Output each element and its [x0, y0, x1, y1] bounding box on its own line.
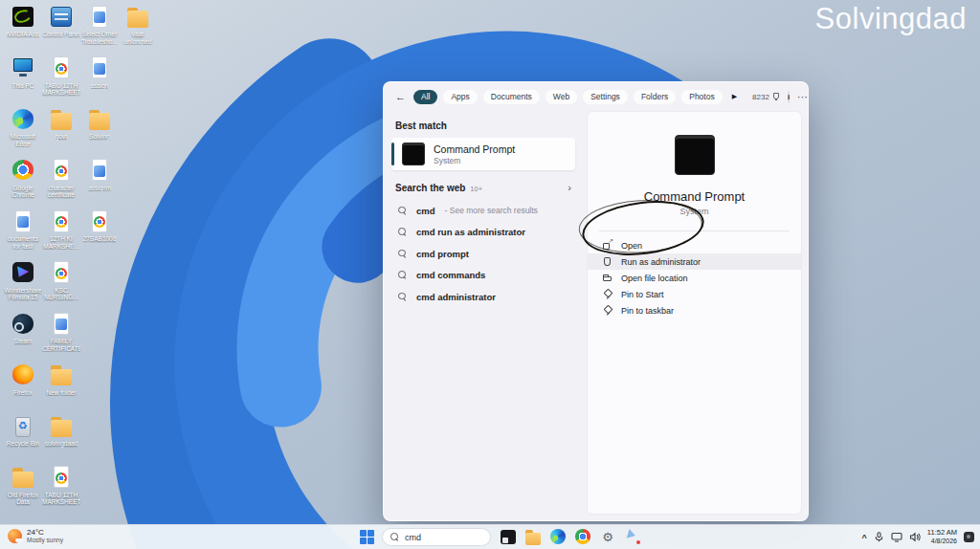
desktop-icon[interactable]: 27SAB1008	[80, 207, 119, 258]
web-suggestion[interactable]: cmd run as administrator	[391, 222, 575, 244]
search-header: ← All Apps Documents Web Settings Folder…	[384, 82, 808, 111]
taskbar-app[interactable]	[548, 528, 568, 547]
taskbar-app[interactable]	[523, 528, 543, 547]
rewards-points[interactable]: 8232	[752, 93, 780, 101]
menu-item-label: Pin to Start	[621, 290, 664, 299]
chevron-up-icon[interactable]: ^	[862, 533, 867, 542]
desktop-icon-glyph	[49, 107, 74, 131]
desktop-icon[interactable]: Steam	[4, 309, 42, 361]
desktop-icon[interactable]: FAMILY CERTIFICATE	[42, 309, 80, 361]
desktop-icon[interactable]: Recycle Bin	[4, 411, 42, 463]
more-tabs-icon[interactable]: ▶	[732, 93, 737, 100]
desktop-icon[interactable]: TABU 12TH MARKSHEET	[42, 54, 80, 105]
command-prompt-icon	[402, 143, 425, 165]
best-match-heading: Best match	[395, 121, 575, 131]
taskbar-app-icon	[624, 528, 642, 546]
taskbar-app[interactable]	[623, 528, 642, 547]
desktop-icon[interactable]: Firefox	[4, 361, 42, 412]
search-filter-tabs: All Apps Documents Web Settings Folders …	[413, 90, 723, 104]
web-suggestion[interactable]: cmd- See more search results	[391, 200, 575, 222]
desktop-icon[interactable]: Old Firefox Data	[4, 463, 42, 515]
desktop-icon-label: Control Panel	[42, 31, 79, 38]
desktop-icon-glyph	[49, 209, 74, 233]
desktop-icon[interactable]: Microsoft Edge	[4, 104, 42, 156]
desktop-icon-column: vaat unlongted	[119, 2, 157, 514]
desktop-icon[interactable]: Select Other Troublesho...	[80, 2, 119, 54]
context-menu-item[interactable]: Open	[588, 237, 801, 253]
taskbar: 24°C Mostly sunny	[0, 524, 980, 549]
web-suggestion[interactable]: cmd commands	[391, 265, 575, 287]
display-icon[interactable]	[891, 532, 902, 542]
search-web-heading-row[interactable]: Search the web 10+ ›	[391, 183, 575, 193]
desktop-icon[interactable]: TABU 12TH MARKSHEET	[42, 463, 80, 515]
desktop-icon-label: Wondershare Filmora 15	[4, 287, 42, 301]
web-suggestion[interactable]: cmd prompt	[391, 243, 575, 265]
desktop-icon-label: FAMILY CERTIFICATE	[42, 338, 80, 352]
back-arrow-icon[interactable]: ←	[395, 91, 406, 102]
desktop-icon[interactable]: Solving	[80, 104, 119, 156]
search-icon	[398, 207, 407, 215]
search-tab[interactable]: Apps	[443, 90, 477, 104]
best-match-result[interactable]: Command Prompt System	[391, 138, 575, 170]
microphone-icon[interactable]	[874, 532, 884, 542]
desktop-icon[interactable]: assign	[80, 54, 119, 105]
taskbar-app-icon	[574, 528, 592, 546]
desktop-icon[interactable]: Google Chrome	[4, 156, 42, 208]
taskbar-app-icon	[599, 528, 617, 546]
taskbar-app[interactable]	[499, 528, 518, 547]
desktop-icon[interactable]: 12TH KI MARKSHE...	[42, 207, 80, 258]
desktop-icon-label: Steam	[14, 338, 33, 345]
taskbar-apps	[499, 528, 642, 547]
menu-item-icon	[602, 289, 612, 299]
desktop-icon-label: Microsoft Edge	[4, 133, 42, 147]
taskbar-app[interactable]	[598, 528, 617, 547]
notification-icon[interactable]	[964, 532, 974, 542]
desktop-icon[interactable]: vaat unlongted	[119, 2, 157, 54]
best-match-subtitle: System	[434, 156, 515, 165]
desktop-icon-glyph	[87, 209, 112, 233]
weather-widget[interactable]: 24°C Mostly sunny	[8, 528, 63, 544]
search-input[interactable]	[405, 533, 481, 542]
desktop-icon-label: NVIDIA App	[7, 31, 39, 38]
desktop-icon-glyph	[87, 107, 112, 131]
desktop-icon[interactable]: documents for fasil	[4, 207, 42, 258]
search-tab[interactable]: Settings	[583, 90, 628, 104]
desktop-icon[interactable]: Wondershare Filmora 15	[4, 258, 42, 310]
user-avatar[interactable]: i	[788, 91, 790, 103]
desktop-icon[interactable]: KSC NURSING...	[42, 258, 80, 310]
context-menu-item[interactable]: Open file location	[588, 270, 801, 286]
search-tab[interactable]: Documents	[483, 90, 540, 104]
context-menu-item[interactable]: Pin to taskbar	[588, 302, 801, 318]
start-button[interactable]	[360, 530, 374, 544]
search-tab[interactable]: Folders	[634, 90, 676, 104]
desktop-icon[interactable]: character certificate	[42, 156, 80, 208]
menu-item-icon	[602, 240, 612, 251]
desktop-icon-label: New folder	[46, 389, 76, 397]
desktop-icon[interactable]: assignm	[80, 156, 119, 208]
search-flyout: ← All Apps Documents Web Settings Folder…	[383, 81, 809, 521]
desktop-icon[interactable]: solvingdaad	[42, 411, 80, 463]
taskbar-search-box[interactable]	[382, 528, 491, 546]
preview-subtitle: System	[588, 207, 801, 216]
desktop-icon[interactable]: Control Panel	[42, 2, 80, 54]
desktop-icon-label: Select Other Troublesho...	[80, 31, 119, 45]
context-menu-item[interactable]: Pin to Start	[588, 286, 801, 302]
search-tab[interactable]: Photos	[681, 90, 722, 104]
taskbar-app-icon	[500, 528, 518, 546]
clock[interactable]: 11:52 AM 4/8/2026	[927, 529, 957, 545]
web-suggestion[interactable]: cmd administrator	[391, 286, 575, 308]
search-icon	[398, 250, 407, 258]
desktop-icon[interactable]: This PC	[4, 54, 42, 105]
speaker-icon[interactable]	[909, 532, 921, 542]
desktop-icon[interactable]: NVIDIA App	[4, 2, 42, 54]
chevron-right-icon[interactable]: ›	[568, 184, 571, 191]
desktop-icon[interactable]: govt	[42, 104, 80, 156]
search-tab[interactable]: Web	[546, 90, 577, 104]
search-tab[interactable]: All	[413, 90, 437, 104]
desktop-icon-glyph	[49, 159, 74, 183]
options-ellipsis-icon[interactable]: ⋯	[797, 91, 809, 103]
context-menu-item[interactable]: Run as administrator	[588, 253, 801, 270]
taskbar-app[interactable]	[573, 528, 592, 547]
desktop-icon[interactable]: New folder	[42, 361, 80, 412]
desktop-icon-glyph	[87, 56, 112, 80]
